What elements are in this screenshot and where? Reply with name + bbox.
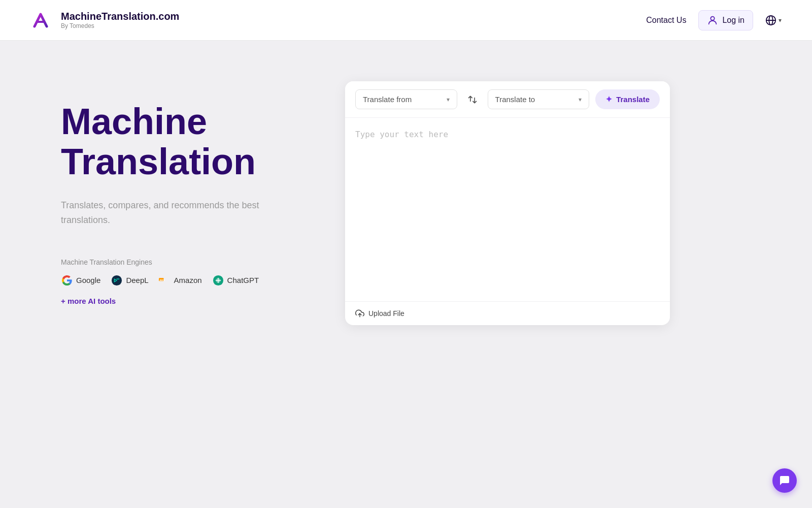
engine-amazon: aws Amazon [159,274,202,287]
engine-deepl: DeepL [111,274,148,287]
chat-icon [779,474,791,487]
widget-toolbar: Translate from ▾ Translate to ▾ ✦ Transl… [345,81,670,118]
chevron-down-icon: ▾ [779,17,782,24]
chat-widget-button[interactable] [772,468,797,493]
logo-subtitle: By Tomedes [61,22,179,29]
translate-from-chevron: ▾ [447,96,450,103]
hero-title: Machine Translation [61,102,315,182]
login-label: Log in [722,16,745,25]
hero-section: Machine Translation Translates, compares… [61,81,315,478]
header-nav: Contact Us Log in ▾ [646,10,782,30]
svg-text:aws: aws [159,278,164,281]
header: MachineTranslation.com By Tomedes Contac… [0,0,812,41]
hero-subtitle: Translates, compares, and recommends the… [61,198,264,228]
text-area-wrapper [345,118,670,301]
translation-input[interactable] [355,128,660,291]
amazon-icon: aws [159,274,171,287]
main-content: Machine Translation Translates, compares… [0,41,812,508]
svg-point-1 [711,16,715,20]
upload-file-button[interactable]: Upload File [355,309,404,318]
translation-widget: Translate from ▾ Translate to ▾ ✦ Transl… [345,81,670,325]
translate-to-label: Translate to [495,95,535,104]
translate-to-select[interactable]: Translate to ▾ [488,89,590,109]
logo-text-area: MachineTranslation.com By Tomedes [61,11,179,29]
google-icon [61,274,73,287]
logo-icon [30,8,55,33]
upload-label: Upload File [368,309,404,318]
swap-languages-button[interactable] [463,90,482,109]
language-selector-button[interactable]: ▾ [765,15,782,26]
chatgpt-label: ChatGPT [227,276,259,284]
engine-google: Google [61,274,100,287]
engines-list: Google DeepL aws [61,274,315,305]
upload-icon [355,309,364,318]
more-tools-link[interactable]: + more AI tools [61,297,116,305]
google-label: Google [76,276,100,284]
globe-icon [765,15,776,26]
engine-chatgpt: ChatGPT [212,274,259,287]
user-icon [707,15,718,26]
engines-label: Machine Translation Engines [61,258,315,266]
translate-button-label: Translate [616,95,650,104]
amazon-label: Amazon [174,276,202,284]
hero-title-line2: Translation [61,141,256,182]
deepl-label: DeepL [126,276,148,284]
sparkle-icon: ✦ [605,94,612,104]
translate-from-label: Translate from [363,95,412,104]
logo-title: MachineTranslation.com [61,11,179,22]
login-button[interactable]: Log in [698,10,753,30]
translate-from-select[interactable]: Translate from ▾ [355,89,457,109]
deepl-icon [111,274,123,287]
translate-to-chevron: ▾ [579,96,582,103]
translate-button[interactable]: ✦ Translate [595,89,660,109]
hero-title-line1: Machine [61,101,207,142]
contact-us-link[interactable]: Contact Us [646,16,686,25]
swap-icon [467,94,478,105]
logo-area[interactable]: MachineTranslation.com By Tomedes [30,8,179,33]
chatgpt-icon [212,274,224,287]
widget-footer: Upload File [345,301,670,325]
